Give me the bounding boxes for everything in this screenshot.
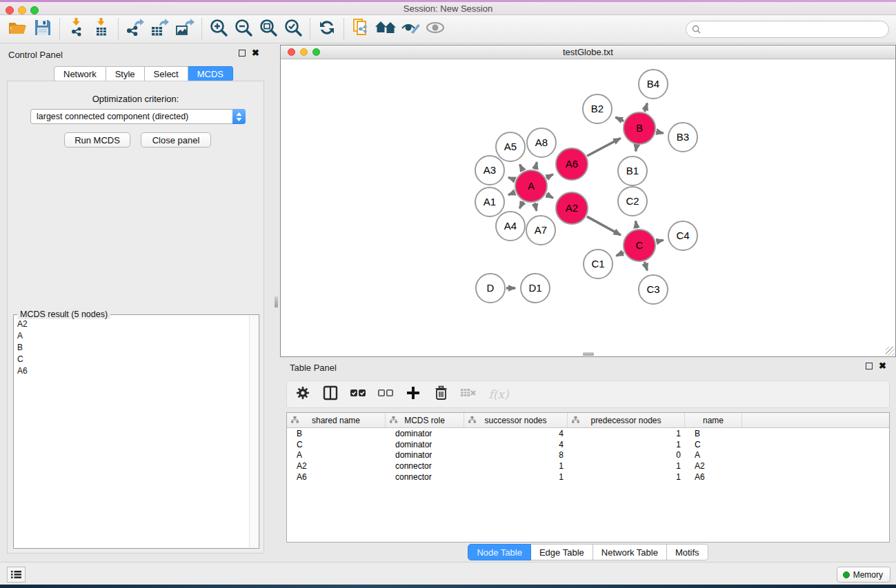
graph-edge-A-A8[interactable] [535,162,537,169]
graph-edge-A-A1[interactable] [508,192,515,195]
graph-edge-A-A5[interactable] [520,165,524,171]
graph-edge-B-B4[interactable] [644,103,647,112]
graph-node-A7[interactable]: A7 [526,216,555,245]
graph-edge-C-C4[interactable] [656,240,663,241]
graph-edge-C-C1[interactable] [616,252,624,256]
cell-name[interactable]: B [685,429,742,438]
graph-node-A2[interactable]: A2 [556,192,588,224]
trash-button[interactable] [432,385,450,403]
cell-name[interactable]: A2 [685,461,742,471]
graph-edge-A-A3[interactable] [508,177,515,180]
tab-network[interactable]: Network [54,66,106,81]
mcds-result-item[interactable]: A2 [14,318,249,330]
tab-select[interactable]: Select [145,66,188,81]
graph-edge-C-C2[interactable] [635,221,637,229]
optimization-dropdown[interactable]: largest connected component (directed) [30,109,246,124]
graph-node-D1[interactable]: D1 [521,274,550,303]
graph-edge-A-A4[interactable] [519,201,523,208]
cell-successor-nodes[interactable]: 4 [464,440,568,449]
cell-successor-nodes[interactable]: 1 [464,461,568,471]
column-header-MCDS-role[interactable]: MCDS role [386,413,464,427]
gear-button[interactable] [294,385,312,403]
graph-node-B1[interactable]: B1 [618,156,647,185]
graph-edge-B-B2[interactable] [615,117,624,121]
table-row[interactable]: A2connector11A2 [287,460,889,472]
mcds-result-item[interactable]: C [14,353,249,365]
graph-edge-C-C3[interactable] [644,262,647,270]
table-row[interactable]: Bdominator41B [287,428,889,439]
refresh-button[interactable] [315,17,339,41]
zoom-in-button[interactable] [206,17,231,41]
cell-MCDS-role[interactable]: connector [386,472,464,482]
column-header-successor-nodes[interactable]: successor nodes [464,413,568,427]
table-row[interactable]: A6connector11A6 [287,472,889,483]
column-header-name[interactable]: name [685,413,742,427]
memory-button[interactable]: Memory [837,567,890,582]
folder-open-button[interactable] [6,17,30,41]
graph-node-B4[interactable]: B4 [639,70,668,99]
network-graph[interactable]: AA1A2A3A4A5A6A7A8BB1B2B3B4CC1C2C3C4DD1 [281,60,895,357]
column-header-shared-name[interactable]: shared name [287,413,386,427]
plus-button[interactable] [404,385,422,403]
cell-successor-nodes[interactable]: 4 [464,429,568,438]
cell-MCDS-role[interactable]: dominator [386,450,464,460]
cell-predecessor-nodes[interactable]: 1 [568,461,685,471]
cell-successor-nodes[interactable]: 8 [464,450,568,460]
eye-button[interactable] [423,17,448,41]
search-box[interactable] [686,21,889,38]
cell-MCDS-role[interactable]: dominator [386,429,464,438]
run-mcds-button[interactable]: Run MCDS [64,132,130,148]
show-panels-button[interactable] [7,567,26,582]
graph-node-B3[interactable]: B3 [668,123,697,152]
export-table-button[interactable] [148,17,172,41]
deselect-all-button[interactable] [377,385,395,403]
graph-node-A8[interactable]: A8 [527,128,556,157]
graph-edge-A6-B[interactable] [587,139,621,156]
cell-successor-nodes[interactable]: 1 [464,472,568,482]
table-row[interactable]: Cdominator41C [287,439,889,450]
float-panel-icon[interactable] [239,50,246,57]
graph-edge-A-A6[interactable] [546,174,553,178]
cell-name[interactable]: C [685,440,742,449]
export-image-button[interactable] [172,17,197,41]
close-table-panel-icon[interactable]: ✖ [879,363,886,369]
graph-edge-A-A2[interactable] [546,194,553,198]
graph-node-C3[interactable]: C3 [639,275,668,304]
tab-style[interactable]: Style [106,66,145,81]
cell-shared-name[interactable]: C [287,440,386,449]
horizontal-split-handle[interactable] [583,352,594,356]
result-scrollbar[interactable] [249,316,258,547]
graph-node-B[interactable]: B [624,112,655,144]
cell-predecessor-nodes[interactable]: 1 [568,440,685,449]
close-panel-icon[interactable]: ✖ [252,50,259,57]
graph-edge-B-B1[interactable] [636,145,637,152]
graph-edge-B-B3[interactable] [656,132,663,133]
mcds-result-item[interactable]: A6 [14,365,249,376]
import-table-button[interactable] [89,17,114,41]
cell-shared-name[interactable]: B [287,429,386,438]
cell-predecessor-nodes[interactable]: 1 [568,429,685,438]
cell-shared-name[interactable]: A [287,450,386,460]
table-row[interactable]: Adominator80A [287,450,889,461]
eye-pen-button[interactable] [398,17,423,41]
columns-button[interactable] [321,385,339,403]
graph-node-A4[interactable]: A4 [496,212,525,241]
copy-network-button[interactable] [348,17,373,41]
column-header-predecessor-nodes[interactable]: predecessor nodes [568,413,685,427]
tab-network-table[interactable]: Network Table [593,544,667,560]
tab-edge-table[interactable]: Edge Table [531,544,593,560]
graph-node-C[interactable]: C [624,230,655,261]
zoom-fit-button[interactable] [256,17,281,41]
mcds-result-list[interactable]: A2ABCA6 [14,318,249,547]
cell-name[interactable]: A [685,450,742,460]
zoom-out-button[interactable] [231,17,256,41]
graph-node-A3[interactable]: A3 [475,156,504,185]
resize-grip[interactable] [886,347,895,356]
graph-node-B2[interactable]: B2 [583,94,612,123]
graph-node-A5[interactable]: A5 [496,132,525,161]
graph-node-A1[interactable]: A1 [475,187,504,216]
graph-edge-A-A7[interactable] [535,203,536,210]
cell-MCDS-role[interactable]: connector [386,461,464,471]
close-panel-button[interactable]: Close panel [141,132,211,148]
graph-node-C4[interactable]: C4 [668,221,697,250]
